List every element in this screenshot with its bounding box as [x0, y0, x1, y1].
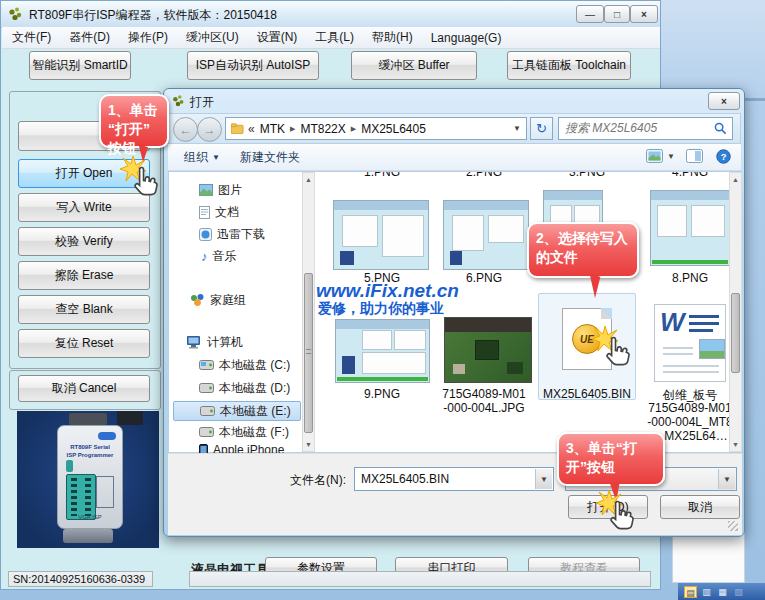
- file-label-8png[interactable]: 8.PNG: [672, 271, 708, 285]
- new-folder-button[interactable]: 新建文件夹: [240, 149, 300, 166]
- menu-operation[interactable]: 操作(P): [128, 29, 168, 46]
- breadcrumb-mt822x[interactable]: MT822X: [300, 122, 345, 136]
- close-button[interactable]: ×: [630, 5, 658, 23]
- dialog-titlebar[interactable]: 打开 ×: [164, 89, 744, 113]
- menu-tools[interactable]: 工具(L): [315, 29, 354, 46]
- serial-number: SN:20140925160636-0339: [13, 573, 145, 585]
- scroll-down-icon[interactable]: ▼: [305, 441, 312, 448]
- breadcrumb-prefix: «: [248, 122, 255, 136]
- search-box[interactable]: 搜索 MX25L6405: [558, 117, 733, 140]
- tree-item-drive-f[interactable]: 本地磁盘 (F:): [173, 422, 301, 442]
- taskbar-document-icon[interactable]: ▤: [684, 586, 697, 598]
- device-label-socket: VGA ISP: [58, 514, 122, 520]
- breadcrumb-dropdown-icon[interactable]: ▼: [513, 124, 521, 133]
- file-label-doc-line3[interactable]: -000-004L_MT8: [647, 415, 730, 429]
- file-label-2png[interactable]: 2.PNG: [466, 172, 502, 179]
- forward-icon[interactable]: →: [197, 117, 222, 142]
- tree-item-homegroup[interactable]: 家庭组: [173, 290, 301, 310]
- tree-item-pictures[interactable]: 图片: [173, 180, 301, 200]
- breadcrumb-separator-icon: ▶: [290, 125, 295, 133]
- filename-dropdown-icon[interactable]: ▼: [535, 469, 552, 489]
- device-label-line2: ISP Programmer: [58, 452, 122, 458]
- tree-item-drive-d[interactable]: 本地磁盘 (D:): [173, 378, 301, 398]
- device-top-connector: [69, 413, 107, 425]
- file-label-3png[interactable]: 3.PNG: [569, 172, 605, 179]
- file-item-5png[interactable]: [333, 200, 429, 270]
- verify-button[interactable]: 校验 Verify: [18, 227, 150, 256]
- breadcrumb-mx25l6405[interactable]: MX25L6405: [361, 122, 426, 136]
- filename-combo[interactable]: MX25L6405.BIN ▼: [354, 467, 554, 491]
- tree-item-computer[interactable]: 计算机: [173, 332, 301, 352]
- tree-item-drive-e[interactable]: 本地磁盘 (E:): [173, 401, 301, 421]
- chip-outline: [96, 476, 114, 508]
- file-label-bin[interactable]: MX25L6405.BIN: [543, 387, 631, 401]
- file-label-4png[interactable]: 4.PNG: [672, 172, 708, 179]
- scroll-up-icon[interactable]: ▲: [305, 176, 312, 183]
- taskbar-faded-icon[interactable]: ▨: [732, 586, 745, 598]
- smartid-button[interactable]: 智能识别 SmartID: [29, 51, 131, 80]
- file-label-1png[interactable]: 1.PNG: [364, 172, 400, 179]
- file-list-scrollbar[interactable]: ▲ ▼: [729, 172, 742, 452]
- tree-scrollbar[interactable]: ▲ ▼: [302, 172, 315, 452]
- usb-logo: [98, 432, 116, 440]
- file-item-8png[interactable]: [650, 190, 730, 266]
- erase-button[interactable]: 擦除 Erase: [18, 261, 150, 290]
- dialog-app-icon: [171, 94, 185, 108]
- scroll-up-icon[interactable]: ▲: [732, 176, 739, 183]
- svg-text:?: ?: [721, 152, 727, 162]
- views-button[interactable]: ▼: [646, 149, 675, 163]
- file-item-6png[interactable]: [443, 200, 529, 270]
- file-label-6png[interactable]: 6.PNG: [466, 271, 502, 285]
- autoisp-button[interactable]: ISP自动识别 AutoISP: [187, 51, 319, 80]
- dialog-nav-bar: ← → « MTK ▶ MT822X ▶ MX25L6405 ▼ ↻ 搜索 MX…: [168, 113, 741, 144]
- main-titlebar[interactable]: RT809F串行ISP编程器，软件版本：20150418 — □ ×: [1, 1, 660, 28]
- menu-settings[interactable]: 设置(N): [257, 29, 298, 46]
- breadcrumb-mtk[interactable]: MTK: [260, 122, 285, 136]
- computer-icon: [186, 335, 202, 349]
- maximize-button[interactable]: □: [604, 5, 630, 23]
- tree-scrollbar-thumb[interactable]: [304, 273, 313, 433]
- resize-grip[interactable]: [728, 521, 738, 531]
- file-label-9png[interactable]: 9.PNG: [364, 387, 400, 401]
- reset-button[interactable]: 复位 Reset: [18, 329, 150, 358]
- taskbar-book-icon[interactable]: ▥: [700, 586, 713, 598]
- menu-file[interactable]: 文件(F): [12, 29, 51, 46]
- back-icon[interactable]: ←: [173, 117, 198, 142]
- help-button[interactable]: ?: [716, 149, 731, 164]
- file-label-jpg-line1[interactable]: 715G4089-M01: [442, 387, 525, 401]
- word-logo-text: W: [660, 307, 685, 338]
- search-icon: [714, 122, 727, 135]
- tree-item-documents[interactable]: 文档: [173, 202, 301, 222]
- toolchain-button[interactable]: 工具链面板 Toolchain: [507, 51, 631, 80]
- breadcrumb[interactable]: « MTK ▶ MT822X ▶ MX25L6405 ▼: [225, 117, 527, 140]
- tree-item-music[interactable]: ♪ 音乐: [173, 246, 301, 266]
- menu-language[interactable]: Language(G): [431, 31, 502, 45]
- tree-item-thunder-downloads[interactable]: 迅雷下载: [173, 224, 301, 244]
- file-label-doc-line2[interactable]: 715G4089-M01: [648, 401, 730, 415]
- dialog-cancel-button[interactable]: 取消: [660, 495, 740, 519]
- file-list-scrollbar-thumb[interactable]: [731, 293, 740, 373]
- tree-item-drive-c[interactable]: 本地磁盘 (C:): [173, 355, 301, 375]
- buffer-button[interactable]: 缓冲区 Buffer: [351, 51, 477, 80]
- menu-help[interactable]: 帮助(H): [372, 29, 413, 46]
- preview-pane-button[interactable]: [686, 149, 703, 163]
- organize-menu[interactable]: 组织▼: [184, 149, 220, 166]
- menu-device[interactable]: 器件(D): [69, 29, 110, 46]
- dialog-close-button[interactable]: ×: [708, 92, 740, 110]
- file-label-jpg-line2[interactable]: -000-004L.JPG: [443, 401, 524, 415]
- filetype-dropdown-icon[interactable]: ▼: [718, 469, 735, 489]
- scroll-down-icon[interactable]: ▼: [732, 441, 739, 448]
- blank-button[interactable]: 查空 Blank: [18, 295, 150, 324]
- folder-icon: [231, 123, 244, 134]
- file-item-9png[interactable]: [335, 319, 430, 383]
- cancel-operation-button[interactable]: 取消 Cancel: [18, 375, 150, 402]
- status-empty-panel: [189, 571, 651, 587]
- minimize-button[interactable]: —: [576, 5, 604, 23]
- file-item-word-doc[interactable]: W: [654, 304, 726, 382]
- taskbar[interactable]: ▤ ▥ ▦ ▨: [678, 583, 765, 600]
- taskbar-window-icon[interactable]: ▦: [716, 586, 729, 598]
- homegroup-icon: [190, 293, 205, 307]
- file-item-pcb-jpg[interactable]: [444, 317, 532, 383]
- menu-buffer[interactable]: 缓冲区(U): [186, 29, 239, 46]
- refresh-button[interactable]: ↻: [530, 117, 553, 140]
